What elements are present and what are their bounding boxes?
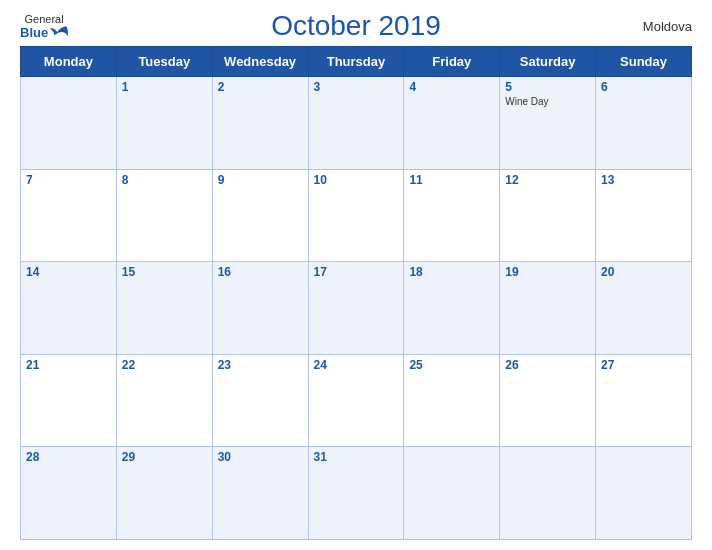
day-number: 7 (26, 173, 111, 187)
weekday-header-friday: Friday (404, 47, 500, 77)
day-number: 8 (122, 173, 207, 187)
logo-general-text: General (25, 13, 64, 25)
day-number: 26 (505, 358, 590, 372)
day-number: 12 (505, 173, 590, 187)
calendar-cell: 6 (596, 77, 692, 170)
day-number: 13 (601, 173, 686, 187)
calendar-cell: 3 (308, 77, 404, 170)
day-number: 27 (601, 358, 686, 372)
day-number: 24 (314, 358, 399, 372)
day-number: 6 (601, 80, 686, 94)
day-number: 16 (218, 265, 303, 279)
calendar-cell: 14 (21, 262, 117, 355)
calendar-cell: 9 (212, 169, 308, 262)
day-number: 21 (26, 358, 111, 372)
day-number: 10 (314, 173, 399, 187)
calendar-cell: 10 (308, 169, 404, 262)
calendar-cell: 30 (212, 447, 308, 540)
calendar-cell: 2 (212, 77, 308, 170)
calendar-cell: 16 (212, 262, 308, 355)
day-number: 11 (409, 173, 494, 187)
day-number: 17 (314, 265, 399, 279)
day-number: 3 (314, 80, 399, 94)
weekday-header-wednesday: Wednesday (212, 47, 308, 77)
day-number: 20 (601, 265, 686, 279)
calendar-cell: 1 (116, 77, 212, 170)
calendar-cell: 11 (404, 169, 500, 262)
calendar-cell (404, 447, 500, 540)
calendar-header: General Blue October 2019 Moldova (20, 10, 692, 42)
day-number: 31 (314, 450, 399, 464)
calendar-cell: 20 (596, 262, 692, 355)
day-number: 28 (26, 450, 111, 464)
weekday-header-saturday: Saturday (500, 47, 596, 77)
calendar-cell: 8 (116, 169, 212, 262)
page-title: October 2019 (271, 10, 441, 42)
calendar-cell: 28 (21, 447, 117, 540)
day-number: 4 (409, 80, 494, 94)
calendar-cell: 29 (116, 447, 212, 540)
calendar-cell (596, 447, 692, 540)
logo-blue-text: Blue (20, 25, 68, 40)
calendar-cell (500, 447, 596, 540)
calendar-cell: 26 (500, 354, 596, 447)
day-number: 22 (122, 358, 207, 372)
day-number: 15 (122, 265, 207, 279)
calendar-cell: 7 (21, 169, 117, 262)
calendar-cell: 31 (308, 447, 404, 540)
calendar-cell: 21 (21, 354, 117, 447)
calendar-cell: 22 (116, 354, 212, 447)
day-number: 30 (218, 450, 303, 464)
calendar-week-row: 78910111213 (21, 169, 692, 262)
weekday-header-tuesday: Tuesday (116, 47, 212, 77)
day-number: 5 (505, 80, 590, 94)
weekday-header-monday: Monday (21, 47, 117, 77)
calendar-week-row: 14151617181920 (21, 262, 692, 355)
event-label: Wine Day (505, 96, 590, 107)
day-number: 1 (122, 80, 207, 94)
day-number: 2 (218, 80, 303, 94)
day-number: 18 (409, 265, 494, 279)
day-number: 14 (26, 265, 111, 279)
calendar-cell (21, 77, 117, 170)
logo-bird-icon (50, 25, 68, 39)
weekday-header-row: MondayTuesdayWednesdayThursdayFridaySatu… (21, 47, 692, 77)
calendar-cell: 12 (500, 169, 596, 262)
calendar-cell: 27 (596, 354, 692, 447)
day-number: 29 (122, 450, 207, 464)
calendar-cell: 4 (404, 77, 500, 170)
day-number: 23 (218, 358, 303, 372)
weekday-header-sunday: Sunday (596, 47, 692, 77)
logo: General Blue (20, 13, 68, 40)
day-number: 19 (505, 265, 590, 279)
calendar-week-row: 21222324252627 (21, 354, 692, 447)
calendar-cell: 25 (404, 354, 500, 447)
calendar-week-row: 12345Wine Day6 (21, 77, 692, 170)
weekday-header-thursday: Thursday (308, 47, 404, 77)
calendar-cell: 5Wine Day (500, 77, 596, 170)
calendar-cell: 17 (308, 262, 404, 355)
calendar-cell: 18 (404, 262, 500, 355)
country-label: Moldova (643, 19, 692, 34)
calendar-cell: 24 (308, 354, 404, 447)
day-number: 25 (409, 358, 494, 372)
calendar-cell: 19 (500, 262, 596, 355)
day-number: 9 (218, 173, 303, 187)
calendar-table: MondayTuesdayWednesdayThursdayFridaySatu… (20, 46, 692, 540)
calendar-week-row: 28293031 (21, 447, 692, 540)
calendar-cell: 23 (212, 354, 308, 447)
calendar-cell: 15 (116, 262, 212, 355)
calendar-cell: 13 (596, 169, 692, 262)
